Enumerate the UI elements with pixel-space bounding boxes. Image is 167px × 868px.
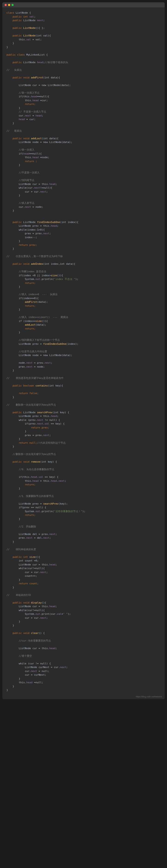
fn: addLast xyxy=(31,137,41,140)
t: public xyxy=(6,61,23,64)
code-window: class ListNode { public int val; public … xyxy=(2,2,165,699)
t: next xyxy=(26,536,33,539)
t: return; xyxy=(6,304,35,307)
t: ListNode prev = xyxy=(6,502,43,505)
maximize-icon[interactable] xyxy=(11,4,13,6)
t: ListNode xyxy=(23,221,37,224)
comment: //第一次插入 xyxy=(6,148,34,151)
t: ); xyxy=(68,613,71,616)
t: = node; xyxy=(33,365,45,368)
comment: //标识整个链表的头 xyxy=(45,61,68,64)
comment: // 任意位置插入，第一个数据节点为0号下标 xyxy=(6,255,63,258)
t: ListNode xyxy=(23,27,35,30)
t: public xyxy=(6,411,23,414)
t: (int key) { xyxy=(40,460,57,463)
t: (int key) { xyxy=(52,411,69,414)
comment: // 头插法 xyxy=(6,68,22,71)
t: count++; xyxy=(6,575,37,578)
t: public xyxy=(6,34,23,37)
t: ListNode prev = this. xyxy=(6,224,51,227)
t: if(prev == null) { xyxy=(6,506,46,509)
t: ListNode { xyxy=(14,11,31,14)
comment: //0. 头结点是你要删除的节点 xyxy=(6,468,54,471)
comment: //判断index 是否合法 xyxy=(6,270,46,273)
t: next xyxy=(31,670,37,673)
t: ; xyxy=(55,563,57,566)
code-area: class ListNode { public int val; public … xyxy=(2,7,165,699)
t: next xyxy=(40,616,47,619)
t: } xyxy=(6,396,14,399)
comment: //1、找要删除节点的前驱节点 xyxy=(6,495,54,498)
t: next xyxy=(43,536,50,539)
t: ListNode prev = this. xyxy=(6,415,51,417)
t: addFirst xyxy=(25,301,37,304)
t: } xyxy=(6,247,14,250)
t: System. xyxy=(6,510,35,513)
close-icon[interactable] xyxy=(5,4,7,6)
t: } xyxy=(6,240,20,243)
comment: // 单链表的打印 xyxy=(6,594,31,596)
t: public int xyxy=(6,556,29,559)
comment: //插入 index=sizeof() --- 尾插法 xyxy=(6,316,68,319)
t: prev = prev. xyxy=(6,232,43,235)
t: ; xyxy=(51,361,52,364)
minimize-icon[interactable] xyxy=(8,4,10,6)
t: ; xyxy=(43,19,45,22)
t: ListNode curNext = cur. xyxy=(6,666,60,669)
t: public void xyxy=(6,262,31,266)
t: return ; xyxy=(6,160,37,163)
t: if (index== xyxy=(6,320,35,322)
comment: // 尾插法 xyxy=(6,129,22,132)
t: ; xyxy=(43,61,45,64)
t: ==null){ xyxy=(37,95,49,98)
t: ()){ xyxy=(41,320,48,322)
t: ==null){ xyxy=(29,152,41,155)
t: head xyxy=(49,183,55,186)
t: (int key){ xyxy=(48,384,63,387)
t: public void xyxy=(6,601,31,604)
t: val xyxy=(29,15,34,18)
t: (int index,int data){ xyxy=(43,262,75,266)
t: (data); xyxy=(37,301,48,304)
comment: // 不是第一次插入节点 xyxy=(6,110,46,113)
t: ListNode node = new ListNode(data); xyxy=(6,354,72,357)
comment: //找到要插入下标节点的前一个节点 xyxy=(6,339,60,342)
t: ListNode node = new ListNode(data); xyxy=(6,141,72,144)
t: ListNode prev = xyxy=(6,342,43,345)
t: head xyxy=(33,479,39,483)
t: .println( xyxy=(40,278,54,281)
t: (index); xyxy=(66,342,78,345)
t: } xyxy=(6,369,14,372)
t: head xyxy=(23,152,30,155)
t: } xyxy=(6,46,8,49)
t: out xyxy=(35,613,40,616)
t: public int xyxy=(6,15,29,18)
t: ; xyxy=(55,183,57,186)
t: next xyxy=(45,361,51,364)
t: head xyxy=(49,605,55,608)
t: public xyxy=(6,19,23,22)
t: (int xyxy=(35,34,43,37)
t: = node; xyxy=(31,206,43,209)
t: ; xyxy=(49,434,51,437)
t: prev. xyxy=(6,365,26,368)
t: head xyxy=(26,681,33,684)
t: ListNode cur = this. xyxy=(6,605,49,608)
t: if(this. xyxy=(6,95,31,98)
t: } xyxy=(6,578,20,581)
t: if( xyxy=(6,152,23,155)
t: size xyxy=(51,274,57,277)
t: return; xyxy=(6,483,35,486)
t: while (cur != null) { xyxy=(6,662,51,665)
t: ListNode cur = this. xyxy=(6,647,49,650)
t: } xyxy=(6,586,14,589)
t: ; xyxy=(55,647,57,650)
t xyxy=(6,323,25,326)
t: (int data){ xyxy=(41,137,58,140)
t: } xyxy=(6,677,20,680)
t: val xyxy=(57,613,62,616)
t: this. xyxy=(6,156,33,159)
comment: //2、开始删除 xyxy=(6,525,36,528)
t: this. xyxy=(6,99,33,102)
t: prev. xyxy=(6,536,26,539)
